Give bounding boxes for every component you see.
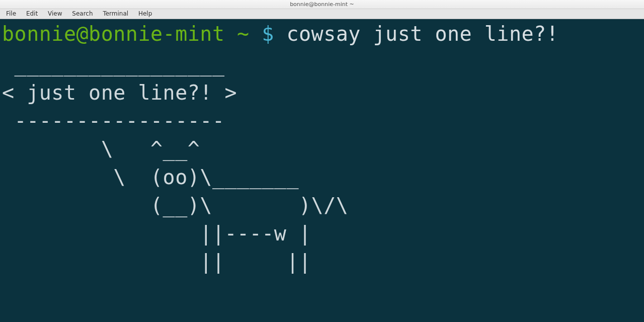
output-line: ----------------- — [2, 109, 237, 132]
output-line: \ ^__^ — [2, 137, 200, 160]
output-line: < just one line?! > — [2, 81, 237, 104]
window-title: bonnie@bonnie-mint ~ — [290, 1, 354, 8]
menubar: File Edit View Search Terminal Help — [0, 9, 644, 19]
terminal-viewport[interactable]: bonnie@bonnie-mint ~ $ cowsay just one l… — [0, 19, 644, 322]
command-output: _________________ < just one line?! > --… — [2, 50, 642, 276]
output-line: \ (oo)\_______ — [2, 166, 299, 189]
menu-edit[interactable]: Edit — [22, 9, 42, 19]
menu-help[interactable]: Help — [134, 9, 156, 19]
prompt-user-host: bonnie@bonnie-mint — [2, 22, 224, 45]
menu-search[interactable]: Search — [68, 9, 97, 19]
output-line: ||----w | — [2, 222, 311, 245]
window-titlebar: bonnie@bonnie-mint ~ — [0, 0, 644, 9]
menu-view[interactable]: View — [44, 9, 66, 19]
prompt-symbol: $ — [262, 22, 274, 45]
menu-file[interactable]: File — [2, 9, 20, 19]
command-text: cowsay just one line?! — [286, 22, 558, 45]
output-line: (__)\ )\/\ — [2, 194, 348, 217]
output-line: || || — [2, 250, 311, 273]
menu-terminal[interactable]: Terminal — [99, 9, 132, 19]
prompt-cwd: ~ — [237, 22, 250, 45]
output-line: _________________ — [2, 53, 237, 76]
